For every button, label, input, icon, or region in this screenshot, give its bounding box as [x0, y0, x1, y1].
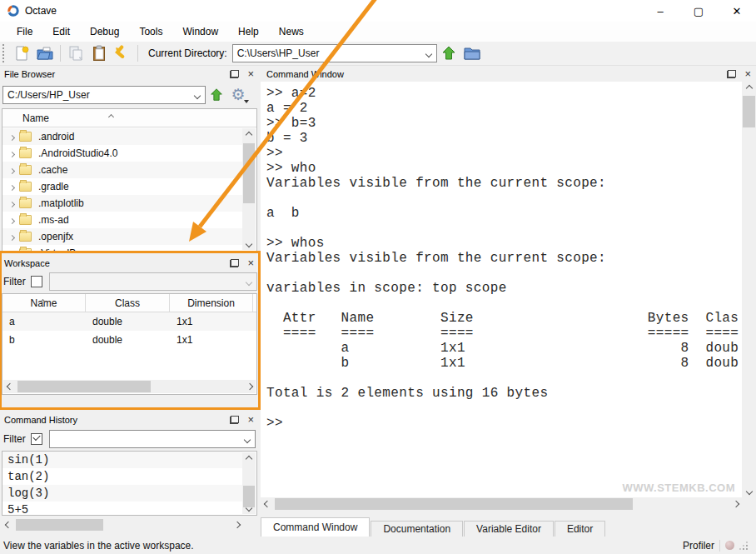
directory-up-button[interactable] [438, 43, 460, 63]
terminal-output[interactable]: >> a=2 a = 2 >> b=3 b = 3 >> >> who Vari… [261, 82, 742, 497]
file-tree-scrollbar[interactable] [242, 128, 256, 250]
history-item[interactable]: sin(1) [2, 452, 242, 468]
scrollbar-thumb[interactable] [243, 143, 255, 203]
file-tree-name-header[interactable]: Name [2, 109, 256, 127]
resize-grip[interactable] [739, 542, 748, 550]
expand-chevron-icon[interactable] [10, 247, 14, 252]
scroll-right-icon[interactable] [729, 497, 742, 511]
close-icon[interactable]: × [247, 70, 254, 78]
undock-icon[interactable] [230, 416, 239, 424]
expand-chevron-icon[interactable] [10, 231, 14, 242]
paste-button[interactable] [88, 43, 110, 63]
scrollbar-thumb[interactable] [16, 519, 103, 531]
file-tree-row[interactable]: .gradle [2, 178, 242, 195]
scroll-down-icon[interactable] [742, 485, 756, 497]
file-tree-row[interactable]: .matplotlib [2, 195, 242, 212]
scrollbar-thumb[interactable] [275, 498, 633, 510]
expand-chevron-icon[interactable] [10, 147, 14, 159]
column-header-class[interactable]: Class [86, 294, 170, 312]
new-script-button[interactable] [11, 43, 32, 63]
menu-window[interactable]: Window [172, 23, 228, 40]
folder-icon [19, 132, 32, 142]
scroll-up-icon[interactable] [242, 452, 256, 465]
menu-help[interactable]: Help [228, 23, 269, 40]
tab-editor[interactable]: Editor [555, 521, 605, 537]
tab-command-window[interactable]: Command Window [261, 517, 370, 537]
expand-chevron-icon[interactable] [10, 181, 14, 192]
current-directory-combobox[interactable]: C:\Users\HP_User [232, 44, 437, 62]
minimize-button[interactable]: – [641, 0, 679, 22]
toolbar-drag-handle[interactable] [2, 44, 7, 62]
folder-icon [19, 232, 32, 242]
close-icon[interactable]: × [247, 416, 254, 424]
open-file-button[interactable] [34, 43, 56, 63]
command-window-vscrollbar[interactable] [742, 82, 756, 497]
file-tree-row[interactable]: .cache [2, 162, 242, 178]
scroll-up-icon[interactable] [242, 128, 256, 141]
file-tree-row[interactable]: .VirtualBox [2, 245, 242, 252]
undock-icon[interactable] [727, 70, 736, 78]
copy-button[interactable] [65, 43, 87, 63]
scroll-left-icon[interactable] [261, 497, 273, 511]
scroll-left-icon[interactable] [2, 518, 14, 532]
maximize-button[interactable]: ▢ [679, 0, 718, 22]
profiler-status-icon[interactable] [725, 541, 734, 550]
folder-name: .VirtualBox [38, 247, 87, 252]
scroll-up-icon[interactable] [742, 82, 756, 94]
scrollbar-thumb[interactable] [743, 96, 755, 127]
column-header-dimension[interactable]: Dimension [170, 294, 253, 312]
menu-file[interactable]: File [7, 23, 42, 40]
menu-edit[interactable]: Edit [42, 23, 80, 40]
undo-button[interactable] [112, 43, 133, 63]
close-button[interactable]: ✕ [718, 0, 756, 22]
expand-chevron-icon[interactable] [10, 214, 14, 226]
command-history-filter-checkbox[interactable] [31, 433, 42, 445]
scroll-down-icon[interactable] [242, 237, 256, 250]
folder-name: .AndroidStudio4.0 [38, 147, 117, 159]
menu-tools[interactable]: Tools [129, 23, 172, 40]
undock-icon[interactable] [230, 70, 239, 78]
workspace-hscrollbar[interactable] [3, 380, 256, 393]
status-bar: View the variables in the active workspa… [0, 537, 756, 554]
command-window-hscrollbar[interactable] [261, 497, 742, 511]
file-tree-row[interactable]: .AndroidStudio4.0 [2, 145, 242, 162]
command-history-hscrollbar[interactable] [2, 518, 243, 532]
file-browser-up-button[interactable] [206, 85, 227, 105]
tab-documentation[interactable]: Documentation [371, 521, 463, 537]
scroll-left-icon[interactable] [3, 380, 16, 393]
workspace-filter-checkbox[interactable] [31, 276, 42, 287]
up-arrow-icon [440, 45, 457, 62]
scroll-down-icon[interactable] [242, 502, 256, 514]
file-browser-actions-button[interactable]: ⚙ [227, 85, 249, 105]
browse-directory-button[interactable] [461, 43, 483, 63]
command-window-title: Command Window [266, 69, 344, 79]
scrollbar-thumb[interactable] [17, 381, 151, 392]
file-tree-row[interactable]: .ms-ad [2, 212, 242, 228]
close-icon[interactable]: × [247, 259, 254, 267]
expand-chevron-icon[interactable] [10, 131, 14, 142]
undock-icon[interactable] [230, 259, 239, 267]
expand-chevron-icon[interactable] [10, 197, 14, 209]
command-history-vscrollbar[interactable] [242, 452, 256, 514]
history-item[interactable]: log(3) [2, 485, 242, 502]
file-browser-path-combobox[interactable]: C:/Users/HP_User [2, 86, 206, 104]
history-item[interactable]: 5+5 [2, 502, 242, 516]
scroll-right-icon[interactable] [243, 380, 256, 393]
scroll-right-icon[interactable] [231, 518, 243, 532]
history-item[interactable]: tan(2) [2, 468, 242, 485]
file-tree-row[interactable]: .android [2, 128, 242, 145]
workspace-row-b[interactable]: b double 1x1 [2, 331, 256, 349]
new-file-icon [13, 45, 30, 62]
menu-debug[interactable]: Debug [80, 23, 129, 40]
workspace-filter-row: Filter [0, 272, 259, 292]
close-icon[interactable]: × [744, 70, 751, 78]
workspace-row-a[interactable]: a double 1x1 [2, 312, 256, 331]
title-bar: Octave – ▢ ✕ [0, 0, 756, 22]
workspace-filter-combobox[interactable] [49, 272, 257, 291]
window-title: Octave [25, 5, 57, 17]
tab-variable-editor[interactable]: Variable Editor [464, 521, 554, 537]
file-tree-row[interactable]: .openjfx [2, 228, 242, 245]
expand-chevron-icon[interactable] [10, 164, 14, 176]
command-history-filter-combobox[interactable] [49, 430, 256, 448]
menu-news[interactable]: News [269, 23, 314, 40]
